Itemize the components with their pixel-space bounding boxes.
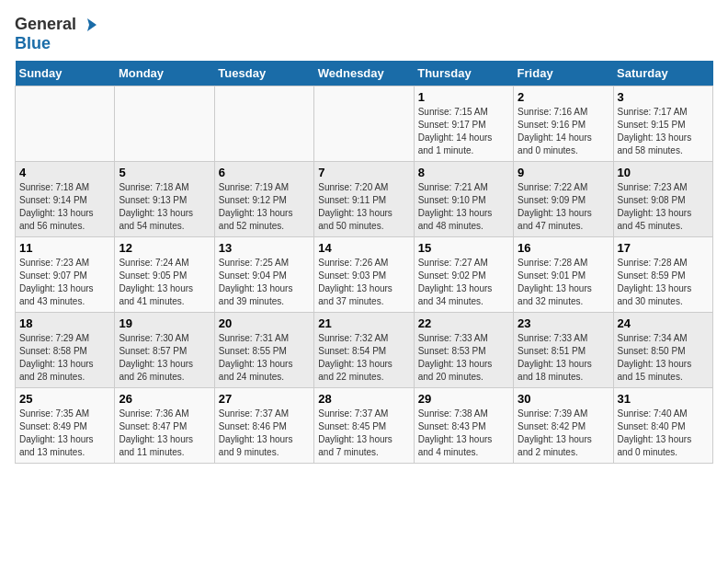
page-header: General Blue [15, 15, 713, 53]
day-number: 14 [318, 241, 409, 255]
calendar-day-cell: 17Sunrise: 7:28 AM Sunset: 8:59 PM Dayli… [613, 236, 712, 312]
calendar-day-cell: 21Sunrise: 7:32 AM Sunset: 8:54 PM Dayli… [314, 312, 414, 387]
day-of-week-header: Wednesday [314, 61, 414, 86]
day-info: Sunrise: 7:34 AM Sunset: 8:50 PM Dayligh… [618, 332, 709, 384]
calendar-header-row: SundayMondayTuesdayWednesdayThursdayFrid… [16, 61, 713, 86]
calendar-day-cell: 27Sunrise: 7:37 AM Sunset: 8:46 PM Dayli… [214, 387, 313, 463]
day-number: 29 [418, 392, 509, 406]
day-number: 18 [19, 316, 110, 330]
day-info: Sunrise: 7:16 AM Sunset: 9:16 PM Dayligh… [518, 106, 609, 157]
calendar-day-cell: 16Sunrise: 7:28 AM Sunset: 9:01 PM Dayli… [514, 236, 613, 312]
day-info: Sunrise: 7:19 AM Sunset: 9:12 PM Dayligh… [219, 181, 310, 233]
day-info: Sunrise: 7:20 AM Sunset: 9:11 PM Dayligh… [318, 181, 409, 233]
day-info: Sunrise: 7:23 AM Sunset: 9:07 PM Dayligh… [19, 257, 110, 308]
day-number: 20 [219, 316, 310, 330]
calendar-day-cell [115, 86, 214, 161]
calendar-day-cell [314, 86, 414, 161]
calendar-week-row: 1Sunrise: 7:15 AM Sunset: 9:17 PM Daylig… [16, 86, 713, 161]
day-info: Sunrise: 7:15 AM Sunset: 9:17 PM Dayligh… [418, 106, 509, 157]
day-info: Sunrise: 7:21 AM Sunset: 9:10 PM Dayligh… [418, 181, 509, 233]
calendar-day-cell: 1Sunrise: 7:15 AM Sunset: 9:17 PM Daylig… [414, 86, 513, 161]
calendar-table: SundayMondayTuesdayWednesdayThursdayFrid… [15, 61, 713, 464]
day-info: Sunrise: 7:40 AM Sunset: 8:40 PM Dayligh… [618, 408, 709, 459]
day-info: Sunrise: 7:23 AM Sunset: 9:08 PM Dayligh… [618, 181, 709, 233]
calendar-week-row: 11Sunrise: 7:23 AM Sunset: 9:07 PM Dayli… [16, 236, 713, 312]
day-number: 4 [19, 166, 110, 179]
svg-marker-0 [87, 18, 97, 31]
calendar-week-row: 4Sunrise: 7:18 AM Sunset: 9:14 PM Daylig… [16, 161, 713, 236]
calendar-day-cell: 11Sunrise: 7:23 AM Sunset: 9:07 PM Dayli… [16, 236, 115, 312]
day-number: 16 [518, 241, 609, 255]
day-number: 7 [318, 166, 409, 179]
day-info: Sunrise: 7:24 AM Sunset: 9:05 PM Dayligh… [119, 257, 210, 308]
day-number: 11 [19, 241, 110, 255]
calendar-day-cell: 8Sunrise: 7:21 AM Sunset: 9:10 PM Daylig… [414, 161, 513, 236]
day-info: Sunrise: 7:37 AM Sunset: 8:45 PM Dayligh… [318, 408, 409, 459]
day-number: 24 [618, 316, 709, 330]
day-info: Sunrise: 7:28 AM Sunset: 9:01 PM Dayligh… [518, 257, 609, 308]
calendar-day-cell: 26Sunrise: 7:36 AM Sunset: 8:47 PM Dayli… [115, 387, 214, 463]
day-number: 19 [119, 316, 210, 330]
day-of-week-header: Saturday [613, 61, 712, 86]
calendar-week-row: 25Sunrise: 7:35 AM Sunset: 8:49 PM Dayli… [16, 387, 713, 463]
day-info: Sunrise: 7:26 AM Sunset: 9:03 PM Dayligh… [318, 257, 409, 308]
day-number: 6 [219, 166, 310, 179]
day-of-week-header: Monday [115, 61, 214, 86]
day-number: 22 [418, 316, 509, 330]
day-of-week-header: Friday [514, 61, 613, 86]
logo-bird-icon [78, 15, 98, 35]
day-info: Sunrise: 7:18 AM Sunset: 9:14 PM Dayligh… [19, 181, 110, 233]
calendar-day-cell: 31Sunrise: 7:40 AM Sunset: 8:40 PM Dayli… [613, 387, 712, 463]
calendar-day-cell: 18Sunrise: 7:29 AM Sunset: 8:58 PM Dayli… [16, 312, 115, 387]
calendar-day-cell: 2Sunrise: 7:16 AM Sunset: 9:16 PM Daylig… [514, 86, 613, 161]
day-info: Sunrise: 7:38 AM Sunset: 8:43 PM Dayligh… [418, 408, 509, 459]
day-info: Sunrise: 7:31 AM Sunset: 8:55 PM Dayligh… [219, 332, 310, 384]
day-number: 26 [119, 392, 210, 406]
day-number: 10 [618, 166, 709, 179]
day-number: 27 [219, 392, 310, 406]
calendar-day-cell: 5Sunrise: 7:18 AM Sunset: 9:13 PM Daylig… [115, 161, 214, 236]
calendar-week-row: 18Sunrise: 7:29 AM Sunset: 8:58 PM Dayli… [16, 312, 713, 387]
day-number: 31 [618, 392, 709, 406]
day-info: Sunrise: 7:32 AM Sunset: 8:54 PM Dayligh… [318, 332, 409, 384]
day-number: 12 [119, 241, 210, 255]
day-number: 5 [119, 166, 210, 179]
calendar-day-cell: 29Sunrise: 7:38 AM Sunset: 8:43 PM Dayli… [414, 387, 513, 463]
day-number: 13 [219, 241, 310, 255]
calendar-day-cell: 28Sunrise: 7:37 AM Sunset: 8:45 PM Dayli… [314, 387, 414, 463]
calendar-day-cell: 7Sunrise: 7:20 AM Sunset: 9:11 PM Daylig… [314, 161, 414, 236]
day-info: Sunrise: 7:25 AM Sunset: 9:04 PM Dayligh… [219, 257, 310, 308]
calendar-day-cell: 13Sunrise: 7:25 AM Sunset: 9:04 PM Dayli… [214, 236, 313, 312]
day-info: Sunrise: 7:36 AM Sunset: 8:47 PM Dayligh… [119, 408, 210, 459]
day-number: 2 [518, 90, 609, 104]
logo: General Blue [15, 15, 98, 53]
day-number: 8 [418, 166, 509, 179]
logo-general: General [15, 16, 76, 34]
day-number: 23 [518, 316, 609, 330]
day-info: Sunrise: 7:35 AM Sunset: 8:49 PM Dayligh… [19, 408, 110, 459]
calendar-day-cell: 22Sunrise: 7:33 AM Sunset: 8:53 PM Dayli… [414, 312, 513, 387]
calendar-day-cell [214, 86, 313, 161]
day-number: 9 [518, 166, 609, 179]
day-number: 21 [318, 316, 409, 330]
calendar-day-cell: 20Sunrise: 7:31 AM Sunset: 8:55 PM Dayli… [214, 312, 313, 387]
calendar-day-cell: 6Sunrise: 7:19 AM Sunset: 9:12 PM Daylig… [214, 161, 313, 236]
day-number: 28 [318, 392, 409, 406]
day-info: Sunrise: 7:30 AM Sunset: 8:57 PM Dayligh… [119, 332, 210, 384]
day-number: 3 [618, 90, 709, 104]
day-of-week-header: Tuesday [214, 61, 313, 86]
calendar-day-cell: 15Sunrise: 7:27 AM Sunset: 9:02 PM Dayli… [414, 236, 513, 312]
calendar-day-cell: 9Sunrise: 7:22 AM Sunset: 9:09 PM Daylig… [514, 161, 613, 236]
day-info: Sunrise: 7:37 AM Sunset: 8:46 PM Dayligh… [219, 408, 310, 459]
day-info: Sunrise: 7:29 AM Sunset: 8:58 PM Dayligh… [19, 332, 110, 384]
calendar-day-cell: 30Sunrise: 7:39 AM Sunset: 8:42 PM Dayli… [514, 387, 613, 463]
calendar-day-cell: 24Sunrise: 7:34 AM Sunset: 8:50 PM Dayli… [613, 312, 712, 387]
day-number: 17 [618, 241, 709, 255]
calendar-day-cell: 4Sunrise: 7:18 AM Sunset: 9:14 PM Daylig… [16, 161, 115, 236]
logo-text: General Blue [15, 15, 98, 53]
day-number: 25 [19, 392, 110, 406]
day-info: Sunrise: 7:22 AM Sunset: 9:09 PM Dayligh… [518, 181, 609, 233]
calendar-day-cell: 3Sunrise: 7:17 AM Sunset: 9:15 PM Daylig… [613, 86, 712, 161]
day-info: Sunrise: 7:18 AM Sunset: 9:13 PM Dayligh… [119, 181, 210, 233]
day-info: Sunrise: 7:27 AM Sunset: 9:02 PM Dayligh… [418, 257, 509, 308]
